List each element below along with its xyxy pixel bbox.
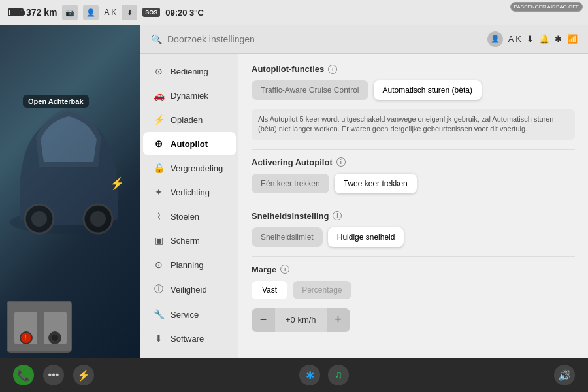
user-initials: A K	[104, 8, 116, 17]
camera-icon: 📷	[62, 5, 78, 20]
speed-increase-btn[interactable]: +	[327, 308, 350, 332]
bediening-icon: ⊙	[154, 66, 164, 76]
sidebar-item-planning[interactable]: ⊙ Planning	[143, 253, 236, 276]
sidebar-item-stoelen[interactable]: ⌇ Stoelen	[143, 204, 236, 228]
sidebar-label-bediening: Bediening	[171, 67, 208, 76]
sidebar-item-navigatie[interactable]: △ Nnavigatie	[143, 351, 236, 358]
bluetooth-icon[interactable]: ✱	[299, 365, 320, 385]
scherm-icon: ▣	[154, 235, 164, 246]
sidebar-item-dynamiek[interactable]: 🚗 Dynamiek	[143, 84, 236, 107]
twee-keer-btn[interactable]: Twee keer trekken	[335, 174, 417, 193]
activering-buttons: Eén keer trekken Twee keer trekken	[252, 174, 575, 193]
time-display: 09:20 3°C	[165, 8, 204, 18]
marge-percentage-field[interactable]: Percentage	[293, 281, 351, 299]
download-icon: ⬇	[122, 5, 137, 20]
activering-info-icon[interactable]: i	[336, 157, 346, 167]
divider-1	[252, 149, 575, 150]
spotify-icon[interactable]: ♫	[328, 365, 349, 385]
dynamiek-icon: 🚗	[154, 90, 164, 101]
snelheid-buttons: Snelheidslimiet Huidige snelheid	[252, 227, 575, 247]
menu-dots-icon[interactable]: •••	[43, 365, 64, 385]
main-panel: 🔍 👤 A K ⬇ 🔔 ✱ 📶 ⊙ Bediening 🚗 Dynamiek ⚡	[140, 25, 588, 358]
sidebar-item-veiligheid[interactable]: ⓘ Veiligheid	[143, 277, 236, 302]
range-display: 372 km	[8, 7, 57, 18]
sidebar: ⊙ Bediening 🚗 Dynamiek ⚡ Opladen ⊕ Autop…	[140, 54, 238, 358]
een-keer-btn[interactable]: Eén keer trekken	[252, 174, 329, 193]
bottom-left-icons: 📞 ••• ⚡	[13, 365, 94, 385]
avatar: 👤	[487, 31, 503, 47]
marge-title: Marge i	[252, 265, 575, 274]
user-icon: 👤	[83, 5, 99, 20]
sidebar-item-bediening[interactable]: ⊙ Bediening	[143, 59, 236, 83]
traffic-aware-btn[interactable]: Traffic-Aware Cruise Control	[252, 80, 368, 100]
battery-icon	[8, 8, 24, 16]
autopilot-functions-title: Autopilot-functies i	[252, 64, 575, 74]
sidebar-label-stoelen: Stoelen	[171, 212, 199, 221]
autopilot-function-buttons: Traffic-Aware Cruise Control Automatisch…	[252, 80, 575, 100]
sidebar-item-opladen[interactable]: ⚡ Opladen	[143, 108, 236, 131]
search-icon: 🔍	[151, 34, 162, 44]
vergrendeling-icon: 🔒	[154, 163, 164, 173]
phone-icon[interactable]: 📞	[13, 365, 34, 385]
svg-point-4	[90, 211, 106, 227]
bottom-center-icons: ✱ ♫	[299, 365, 349, 385]
sidebar-item-software[interactable]: ⬇ Software	[143, 327, 236, 350]
marge-input-area: Vast Percentage	[252, 281, 575, 299]
veiligheid-icon: ⓘ	[154, 284, 164, 295]
main-content-area: Autopilot-functies i Traffic-Aware Cruis…	[238, 54, 588, 358]
sidebar-item-verlichting[interactable]: ✦ Verlichting	[143, 180, 236, 204]
marge-vast-btn[interactable]: Vast	[252, 281, 287, 299]
software-icon: ⬇	[154, 333, 164, 344]
zap-icon[interactable]: ⚡	[73, 365, 94, 385]
content-area: ⊙ Bediening 🚗 Dynamiek ⚡ Opladen ⊕ Autop…	[140, 54, 588, 358]
sidebar-label-verlichting: Verlichting	[171, 188, 210, 197]
opladen-icon: ⚡	[154, 114, 164, 125]
status-bar: 372 km 📷 👤 A K ⬇ SOS 09:20 3°C PASSENGER…	[0, 0, 588, 25]
user-area: 👤 A K ⬇ 🔔 ✱ 📶	[487, 31, 578, 47]
camera-thumbnail[interactable]: !	[7, 301, 72, 353]
snelheidslimiet-btn[interactable]: Snelheidslimiet	[252, 227, 323, 247]
marge-info-icon[interactable]: i	[280, 265, 289, 274]
speed-control: − +0 km/h +	[252, 308, 350, 332]
sidebar-label-opladen: Opladen	[171, 115, 203, 125]
svg-text:!: !	[24, 335, 26, 342]
user-name: A K	[508, 34, 521, 44]
auto-sturen-btn[interactable]: Automatisch sturen (bèta)	[374, 80, 482, 100]
sidebar-label-software: Software	[171, 334, 204, 344]
open-achterbak-label[interactable]: Open Achterbak	[23, 95, 89, 108]
charging-indicator: ⚡	[110, 176, 124, 191]
search-input[interactable]	[167, 34, 482, 44]
status-icons: 📷 👤 A K ⬇ SOS	[62, 5, 160, 20]
divider-2	[252, 203, 575, 203]
sidebar-item-service[interactable]: 🔧 Service	[143, 302, 236, 326]
autopilot-warning: Als Autopilot 5 keer wordt uitgeschakeld…	[252, 109, 575, 140]
airbag-indicator: PASSENGER AIRBAG OFF	[510, 2, 583, 12]
sidebar-item-scherm[interactable]: ▣ Scherm	[143, 229, 236, 252]
divider-3	[252, 256, 575, 257]
verlichting-icon: ✦	[154, 187, 164, 197]
search-bar: 🔍 👤 A K ⬇ 🔔 ✱ 📶	[140, 25, 588, 54]
sidebar-label-vergrendeling: Vergrendeling	[171, 163, 223, 173]
autopilot-info-icon[interactable]: i	[328, 65, 337, 74]
speed-value: +0 km/h	[275, 315, 327, 325]
sidebar-label-scherm: Scherm	[171, 236, 200, 246]
sidebar-item-vergrendeling[interactable]: 🔒 Vergrendeling	[143, 156, 236, 180]
huidige-snelheid-btn[interactable]: Huidige snelheid	[328, 227, 404, 247]
speed-decrease-btn[interactable]: −	[252, 308, 275, 332]
activering-title: Activering Autopilot i	[252, 157, 575, 167]
sidebar-label-service: Service	[171, 310, 199, 319]
autopilot-icon: ⊕	[154, 139, 164, 149]
snelheid-info-icon[interactable]: i	[333, 211, 342, 220]
bottom-bar: 📞 ••• ⚡ ✱ ♫ 🔊	[0, 358, 588, 392]
sidebar-item-autopilot[interactable]: ⊕ Autopilot	[143, 132, 236, 155]
stoelen-icon: ⌇	[154, 211, 164, 221]
volume-icon[interactable]: 🔊	[554, 365, 575, 385]
sos-badge[interactable]: SOS	[142, 8, 160, 17]
sidebar-label-dynamiek: Dynamiek	[171, 91, 208, 101]
sidebar-label-autopilot: Autopilot	[171, 139, 208, 149]
snelheid-title: Snelheidsinstelling i	[252, 211, 575, 221]
signal-icon: 📶	[567, 34, 578, 44]
download-icon-2: ⬇	[527, 34, 534, 44]
bottom-right-icons: 🔊	[554, 365, 575, 385]
sidebar-label-veiligheid: Veiligheid	[171, 285, 207, 295]
